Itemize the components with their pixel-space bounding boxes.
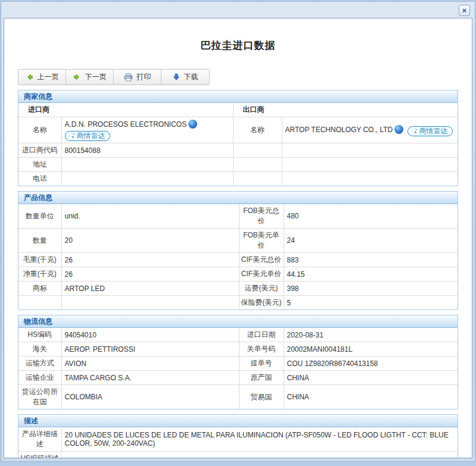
product-detail-desc-label: 产品详细描述 xyxy=(18,427,61,452)
fob-unit-label: FOB美元单价 xyxy=(239,229,284,253)
address-label: 地址 xyxy=(18,158,61,172)
trademark-label: 商标 xyxy=(18,282,61,296)
empty-value-cell xyxy=(282,172,458,186)
print-label: 打印 xyxy=(137,72,151,82)
importer-radar-badge-button[interactable]: 商情雷达 xyxy=(65,131,110,141)
cif-unit-label: CIF美元单价 xyxy=(239,267,284,282)
insurance-value: 5 xyxy=(284,296,458,310)
importer-code-value: 800154088 xyxy=(61,143,233,158)
carrier-value: TAMPA CARGO S.A. xyxy=(61,371,239,385)
close-icon: × xyxy=(462,7,467,14)
qty-unit-value: unid. xyxy=(61,204,239,229)
next-page-button[interactable]: 下一页 xyxy=(66,70,114,85)
hs-code-label: HS编码 xyxy=(18,328,61,342)
empty-label-cell xyxy=(18,296,61,310)
prev-page-label: 上一页 xyxy=(38,72,59,82)
fob-unit-value: 24 xyxy=(284,229,458,253)
pager-toolbar: 上一页 下一页 打印 下载 xyxy=(18,69,210,85)
section-logistics-info: 物流信息 HS编码 94054010 进口日期 2020-08-31 海关 AE… xyxy=(18,315,458,409)
qty-value: 20 xyxy=(61,229,239,253)
next-page-label: 下一页 xyxy=(85,72,107,82)
arrow-right-icon xyxy=(73,73,81,81)
close-button[interactable]: × xyxy=(459,5,470,16)
cif-total-value: 883 xyxy=(284,253,458,267)
bill-of-lading-value: COU 1Z9820R86740413158 xyxy=(284,356,458,371)
arrow-left-icon xyxy=(26,73,33,81)
radar-icon xyxy=(69,133,75,139)
freight-company-country-value: COLOMBIA xyxy=(61,385,239,409)
importer-radar-badge-label: 商情雷达 xyxy=(77,131,105,141)
empty-value-cell xyxy=(61,296,239,310)
page-title: 巴拉圭进口数据 xyxy=(4,39,472,52)
gross-weight-label: 毛重(千克) xyxy=(18,253,61,267)
empty-label-cell xyxy=(233,172,282,186)
freight-company-country-label: 货运公司所在国 xyxy=(18,385,61,409)
origin-country-value: CHINA xyxy=(284,371,458,385)
arrow-down-icon xyxy=(173,73,180,81)
origin-country-label: 原产国 xyxy=(239,371,284,385)
fob-total-value: 480 xyxy=(284,204,458,229)
transport-mode-value: AVION xyxy=(61,356,239,371)
trade-country-value: CHINA xyxy=(284,385,458,409)
empty-value-cell xyxy=(282,158,458,172)
cif-total-label: CIF美元总价 xyxy=(239,253,284,267)
hs-code-desc-label: HS编码描述 xyxy=(18,452,61,459)
carrier-label: 运输企业 xyxy=(18,371,61,385)
globe-icon[interactable] xyxy=(394,125,403,134)
prev-page-button[interactable]: 上一页 xyxy=(18,70,66,85)
empty-value-cell xyxy=(282,143,458,158)
merchant-section-title: 商家信息 xyxy=(18,90,458,103)
empty-label-cell xyxy=(233,158,282,172)
hs-code-desc-value xyxy=(61,452,458,459)
download-button[interactable]: 下载 xyxy=(161,70,209,85)
hs-code-value: 94054010 xyxy=(61,328,239,342)
exporter-group-header: 出口商 xyxy=(233,103,458,117)
gross-weight-value: 26 xyxy=(61,253,239,267)
phone-value xyxy=(61,172,233,186)
insurance-label: 保险费(美元) xyxy=(239,296,284,310)
declaration-no-label: 关单号码 xyxy=(239,342,284,356)
trademark-value: ARTOP LED xyxy=(61,282,239,296)
section-product-info: 产品信息 数量单位 unid. FOB美元总价 480 数量 20 FOB美元单… xyxy=(18,191,458,310)
importer-name-cell: A.D.N. PROCESOS ELECTRONICOS 商情雷达 xyxy=(61,117,233,143)
address-value xyxy=(61,158,233,172)
logistics-table: HS编码 94054010 进口日期 2020-08-31 海关 AEROP. … xyxy=(18,328,458,409)
logistics-section-title: 物流信息 xyxy=(18,315,458,328)
freight-value: 398 xyxy=(284,282,458,296)
customs-value: AEROP. PETTIROSSI xyxy=(61,342,239,356)
phone-label: 电话 xyxy=(18,172,61,186)
import-date-label: 进口日期 xyxy=(239,328,284,342)
transport-mode-label: 运输方式 xyxy=(18,356,61,371)
exporter-radar-badge-label: 商情雷达 xyxy=(419,126,448,136)
printer-icon xyxy=(124,73,133,82)
importer-group-header: 进口商 xyxy=(18,103,233,117)
trade-country-label: 贸易国 xyxy=(239,385,284,409)
exporter-name-label: 名称 xyxy=(233,117,282,143)
dialog-content-panel: 巴拉圭进口数据 上一页 下一页 xyxy=(4,18,472,458)
customs-label: 海关 xyxy=(18,342,61,356)
empty-label-cell xyxy=(233,143,282,158)
exporter-radar-badge-button[interactable]: 商情雷达 xyxy=(407,126,453,136)
exporter-name-value: ARTOP TECHNOLOGY CO., LTD xyxy=(285,126,393,134)
net-weight-value: 26 xyxy=(61,267,239,282)
qty-unit-label: 数量单位 xyxy=(18,204,61,229)
net-weight-label: 净重(千克) xyxy=(18,267,61,282)
globe-icon[interactable] xyxy=(188,120,197,129)
import-data-dialog: × 巴拉圭进口数据 上一页 下一页 xyxy=(1,1,475,462)
radar-icon xyxy=(411,128,418,135)
merchant-table: 进口商 出口商 名称 A.D.N. PROCESOS ELECTRONICOS xyxy=(18,103,458,186)
fob-total-label: FOB美元总价 xyxy=(239,204,284,229)
description-table: 产品详细描述 20 UNIDADES DE LUCES DE LED DE ME… xyxy=(18,427,458,458)
section-merchant-info: 商家信息 进口商 出口商 名称 A.D.N. PROCESOS ELECTRON… xyxy=(18,90,458,186)
bill-of-lading-label: 提单号 xyxy=(239,356,284,371)
importer-name-label: 名称 xyxy=(18,117,61,143)
section-description: 描述 产品详细描述 20 UNIDADES DE LUCES DE LED DE… xyxy=(18,414,458,458)
importer-code-label: 进口商代码 xyxy=(18,143,61,158)
declaration-no-value: 20002MANI004181L xyxy=(284,342,458,356)
print-button[interactable]: 打印 xyxy=(114,70,161,85)
importer-name-value: A.D.N. PROCESOS ELECTRONICOS xyxy=(65,120,187,129)
freight-label: 运费(美元) xyxy=(239,282,284,296)
exporter-name-cell: ARTOP TECHNOLOGY CO., LTD 商情雷达 xyxy=(282,117,458,143)
import-date-value: 2020-08-31 xyxy=(284,328,458,342)
description-section-title: 描述 xyxy=(18,415,458,427)
